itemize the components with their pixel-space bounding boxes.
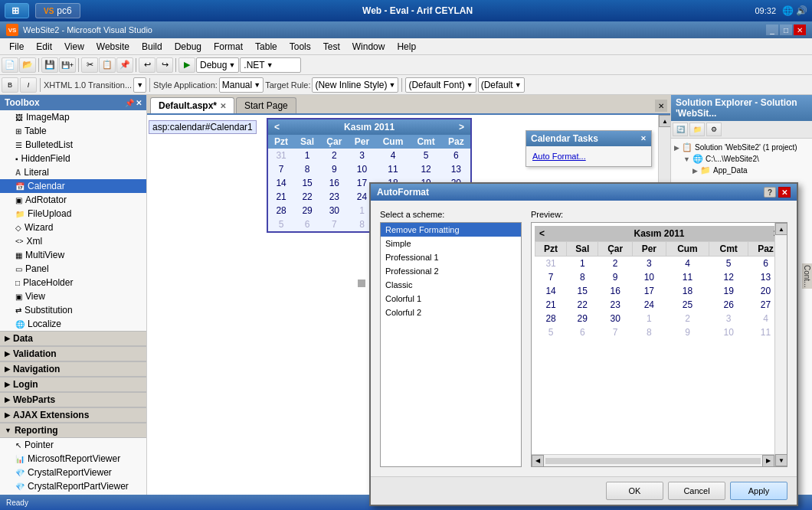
tb-play[interactable]: ▶ <box>178 57 195 73</box>
dialog-help-btn[interactable]: ? <box>764 187 776 198</box>
toolbox-item-pointer[interactable]: ↖ Pointer <box>0 438 146 452</box>
tab-defaultaspx[interactable]: Default.aspx* ✕ <box>150 97 234 113</box>
cal-day[interactable]: 26 <box>709 298 748 312</box>
cal-day[interactable]: 29 <box>567 312 598 325</box>
toolbox-item-bulletedlist[interactable]: ☰ BulletedList <box>0 138 146 152</box>
toolbox-item-adrotator[interactable]: ▣ AdRotator <box>0 193 146 207</box>
menu-view[interactable]: View <box>58 40 90 54</box>
cal-day[interactable]: 25 <box>666 298 709 312</box>
auto-format-link[interactable]: Auto Format... <box>532 152 586 161</box>
cal-day[interactable]: 11 <box>375 162 410 176</box>
ok-button[interactable]: OK <box>606 482 663 500</box>
tb-save-all[interactable]: 💾+ <box>59 57 76 73</box>
toolbox-item-multiview[interactable]: ▦ MultiView <box>0 248 146 262</box>
cal-day[interactable]: 1 <box>294 149 320 162</box>
cal-day[interactable]: 10 <box>709 325 748 339</box>
cal-day[interactable]: 31 <box>268 149 294 162</box>
close-icon[interactable]: ✕ <box>794 25 806 35</box>
toolbox-item-xml[interactable]: <> Xml <box>0 234 146 248</box>
toolbox-item-panel[interactable]: ▭ Panel <box>0 262 146 276</box>
cal-day[interactable]: 30 <box>320 204 349 217</box>
tasks-panel-close[interactable]: ✕ <box>640 135 647 142</box>
scheme-remove-formatting[interactable]: Remove Formatting <box>381 223 521 237</box>
tree-item-website[interactable]: ▼ 🌐 C:\...\WebSite2\ <box>673 153 810 165</box>
scheme-simple[interactable]: Simple <box>381 237 521 250</box>
sol-props-btn[interactable]: ⚙ <box>706 123 722 136</box>
preview-hscroll-right[interactable]: ▶ <box>762 455 774 467</box>
preview-hscroll-left[interactable]: ◀ <box>532 455 544 467</box>
menu-debug[interactable]: Debug <box>169 40 208 54</box>
cal-day[interactable]: 4 <box>375 149 410 162</box>
cal-day[interactable]: 6 <box>294 217 320 231</box>
cal-day[interactable]: 1 <box>567 257 598 271</box>
menu-test[interactable]: Test <box>317 40 346 54</box>
tb-cut[interactable]: ✂ <box>81 57 98 73</box>
cal-day[interactable]: 7 <box>535 270 567 284</box>
toolbox-item-table[interactable]: ⊞ Table <box>0 124 146 138</box>
cal-day[interactable]: 28 <box>268 204 294 217</box>
cal-prev-btn[interactable]: < <box>274 122 280 132</box>
tb-redo[interactable]: ↪ <box>156 57 173 73</box>
scheme-colorful2[interactable]: Colorful 2 <box>381 306 521 319</box>
tree-item-solution[interactable]: ▶ 📋 Solution 'WebSite2' (1 project) <box>673 142 810 153</box>
font2-dropdown[interactable]: (Default ▼ <box>478 77 525 93</box>
scheme-professional1[interactable]: Professional 1 <box>381 250 521 264</box>
cal-day[interactable]: 17 <box>633 284 666 298</box>
toolbox-item-placeholder[interactable]: □ PlaceHolder <box>0 276 146 289</box>
tab-close-icon[interactable]: ✕ <box>220 102 226 110</box>
cal-day[interactable]: 2 <box>320 149 349 162</box>
toolbox-item-view[interactable]: ▣ View <box>0 289 146 303</box>
menu-window[interactable]: Window <box>346 40 391 54</box>
cal-day[interactable]: 3 <box>349 149 376 162</box>
taskbar-app[interactable]: VS pc6 <box>35 3 80 18</box>
cal-day[interactable]: 23 <box>598 298 633 312</box>
menu-format[interactable]: Format <box>208 40 249 54</box>
sol-folder-btn[interactable]: 📁 <box>689 123 705 136</box>
scheme-professional2[interactable]: Professional 2 <box>381 264 521 278</box>
cal-day[interactable]: 16 <box>320 176 349 190</box>
menu-build[interactable]: Build <box>136 40 169 54</box>
cal-day[interactable]: 24 <box>633 298 666 312</box>
style-app-dropdown[interactable]: Manual ▼ <box>219 77 264 93</box>
preview-hscroll[interactable]: ◀ ▶ <box>532 454 774 466</box>
toolbox-item-imagemap[interactable]: 🖼 ImageMap <box>0 110 146 124</box>
tb-new[interactable]: 📄 <box>2 57 18 73</box>
section-login[interactable]: ▶ Login <box>0 377 146 392</box>
tb-copy[interactable]: 📋 <box>99 57 116 73</box>
toolbox-item-crystalreportpartviewer[interactable]: 💎 CrystalReportPartViewer <box>0 479 146 493</box>
cal-day[interactable]: 7 <box>598 325 633 339</box>
scheme-colorful1[interactable]: Colorful 1 <box>381 292 521 306</box>
cal-day[interactable]: 3 <box>633 257 666 271</box>
section-validation[interactable]: ▶ Validation <box>0 346 146 361</box>
autoformat-dialog[interactable]: AutoFormat ? ✕ Select a scheme: Remove F… <box>369 182 798 506</box>
tree-item-appdata[interactable]: ▶ 📁 App_Data <box>673 165 810 176</box>
cal-day[interactable]: 7 <box>320 217 349 231</box>
toolbox-item-msreportviewer[interactable]: 📊 MicrosoftReportViewer <box>0 452 146 466</box>
toolbox-item-wizard[interactable]: ◇ Wizard <box>0 221 146 234</box>
section-reporting[interactable]: ▼ Reporting <box>0 423 146 438</box>
cal-day[interactable]: 5 <box>535 325 567 339</box>
cal-day[interactable]: 5 <box>411 149 442 162</box>
section-ajax[interactable]: ▶ AJAX Extensions <box>0 407 146 423</box>
toolbox-item-fileupload[interactable]: 📁 FileUpload <box>0 207 146 221</box>
cal-day[interactable]: 10 <box>349 162 376 176</box>
tb-paste[interactable]: 📌 <box>116 57 133 73</box>
menu-file[interactable]: File <box>3 40 30 54</box>
dotnet-dropdown[interactable]: .NET ▼ <box>240 57 301 73</box>
start-button[interactable]: ⊞ <box>5 3 29 18</box>
toolbox-item-crystalreportviewer[interactable]: 💎 CrystalReportViewer <box>0 466 146 479</box>
cal-day[interactable]: 31 <box>535 257 567 271</box>
tb-save[interactable]: 💾 <box>41 57 58 73</box>
toolbox-item-hiddenfield[interactable]: ▪ HiddenField <box>0 152 146 165</box>
cal-day[interactable]: 30 <box>598 312 633 325</box>
scroll-up-btn[interactable]: ▲ <box>659 115 670 127</box>
cal-day[interactable]: 1 <box>633 312 666 325</box>
cal-day[interactable]: 22 <box>567 298 598 312</box>
cal-day[interactable]: 29 <box>294 204 320 217</box>
cal-day[interactable]: 6 <box>442 149 471 162</box>
minimize-icon[interactable]: _ <box>766 25 778 35</box>
cal-day[interactable]: 21 <box>535 298 567 312</box>
cal-next-btn[interactable]: > <box>459 122 464 132</box>
section-data[interactable]: ▶ Data <box>0 331 146 346</box>
cal-day[interactable]: 9 <box>598 270 633 284</box>
